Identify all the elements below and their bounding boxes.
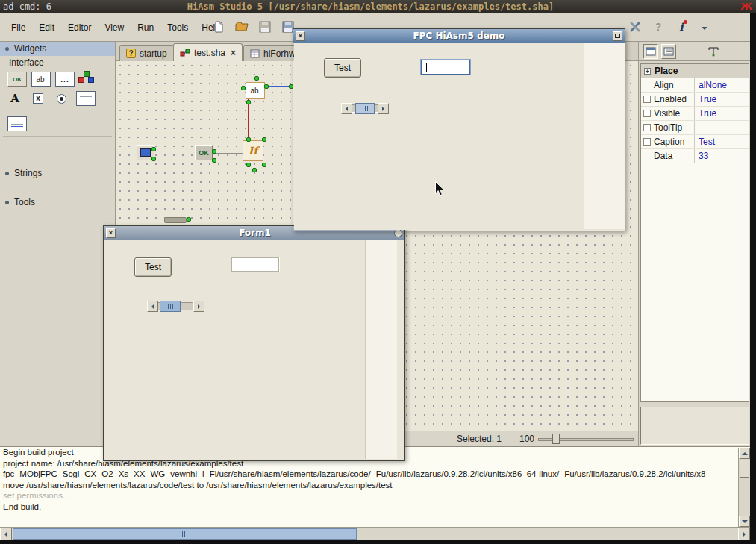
palette-button-component[interactable]: OK <box>7 72 27 87</box>
open-file-icon[interactable] <box>234 19 250 35</box>
fpc-test-button[interactable]: Test <box>324 58 361 78</box>
palette-label-component[interactable]: A <box>9 91 21 106</box>
property-checkbox[interactable] <box>643 124 651 131</box>
property-value[interactable]: 33 <box>695 149 749 163</box>
window-titlebar[interactable]: ad cmd: 6 HiAsm Studio 5 [/usr/share/hia… <box>0 0 756 13</box>
element-bar[interactable] <box>164 217 187 223</box>
palette-section-widgets[interactable]: Widgets <box>0 42 115 56</box>
save-file-icon[interactable] <box>257 19 273 35</box>
fpc-demo-window[interactable]: × FPC HiAsm5 demo Test <box>293 28 625 231</box>
scroll-left-icon[interactable] <box>0 528 12 540</box>
help-icon[interactable]: ? <box>650 19 666 35</box>
palette-radiobutton-component[interactable] <box>57 94 66 104</box>
scroll-down-icon[interactable] <box>739 516 750 527</box>
chevron-down-icon[interactable] <box>696 19 713 35</box>
info-icon[interactable]: i <box>673 19 690 35</box>
tools-wrench-icon[interactable] <box>627 19 643 35</box>
palette-dots-component[interactable]: ... <box>55 72 75 87</box>
form1-designer-window[interactable]: × Form1 Test <box>103 225 405 461</box>
scrollbar-thumb[interactable] <box>160 301 181 312</box>
connection-pin[interactable] <box>246 163 251 167</box>
expand-icon[interactable]: + <box>644 68 651 75</box>
menu-run[interactable]: Run <box>131 20 160 35</box>
element-edit[interactable]: ab <box>246 82 265 99</box>
form1-scrollbar-control[interactable] <box>147 300 204 313</box>
property-checkbox[interactable] <box>643 96 651 103</box>
property-value[interactable]: True <box>695 107 749 120</box>
property-row-caption[interactable]: Caption Test <box>641 135 749 149</box>
scroll-right-icon[interactable] <box>193 301 204 312</box>
palette-shapes-component[interactable] <box>78 70 97 87</box>
palette-section-strings[interactable]: Strings <box>0 166 115 181</box>
menu-file[interactable]: File <box>4 20 32 35</box>
connection-pin[interactable] <box>187 217 191 222</box>
menu-edit[interactable]: Edit <box>32 20 61 35</box>
connection-pin[interactable] <box>246 137 251 142</box>
window-manager-icon[interactable]: Ж <box>740 1 752 13</box>
scrollbar-thumb[interactable] <box>355 103 375 114</box>
property-value[interactable]: alNone <box>695 78 749 92</box>
scroll-up-icon[interactable] <box>739 448 750 459</box>
fpc-demo-client-area[interactable]: Test <box>294 43 624 230</box>
zoom-slider-thumb[interactable] <box>552 434 560 444</box>
connection-pin[interactable] <box>262 137 266 142</box>
inspector-properties-icon[interactable] <box>643 44 658 59</box>
palette-checkbox-component[interactable]: x <box>33 93 43 104</box>
property-group-header[interactable]: + Place <box>641 64 749 78</box>
property-row-data[interactable]: Data 33 <box>641 149 749 163</box>
form1-edit-field[interactable] <box>231 257 280 272</box>
connection-pin[interactable] <box>241 86 246 90</box>
property-row-align[interactable]: Align alNone <box>641 78 749 93</box>
property-value[interactable]: True <box>695 93 749 106</box>
property-value[interactable]: Test <box>695 135 749 148</box>
property-row-tooltip[interactable]: ToolTip <box>641 121 749 135</box>
property-value[interactable] <box>695 121 749 134</box>
fpc-demo-titlebar[interactable]: × FPC HiAsm5 demo <box>293 29 625 43</box>
connection-pin[interactable] <box>212 158 216 163</box>
connection-pin[interactable] <box>252 168 257 172</box>
connection-pin[interactable] <box>264 84 269 89</box>
maximize-icon[interactable] <box>613 31 622 41</box>
palette-section-interface[interactable]: Interface <box>0 56 115 70</box>
palette-section-tools[interactable]: Tools <box>0 196 115 210</box>
palette-listbox-component[interactable] <box>7 116 27 131</box>
scroll-right-icon[interactable] <box>738 528 750 540</box>
menu-editor[interactable]: Editor <box>61 20 98 35</box>
connection-pin[interactable] <box>254 76 259 81</box>
connection-pin[interactable] <box>212 149 216 154</box>
close-icon[interactable]: × <box>296 31 305 41</box>
element-if[interactable]: If <box>243 140 263 161</box>
log-scrollbar[interactable] <box>738 448 750 527</box>
connection-pin[interactable] <box>262 163 266 167</box>
fpc-edit-field[interactable] <box>421 60 470 75</box>
close-icon[interactable]: × <box>106 228 116 238</box>
property-row-enabled[interactable]: Enabled True <box>641 93 749 107</box>
scroll-left-icon[interactable] <box>147 301 158 312</box>
property-checkbox[interactable] <box>643 110 651 117</box>
log-scrollbar-thumb[interactable] <box>740 460 749 478</box>
form1-design-surface[interactable]: Test <box>104 240 404 460</box>
scroll-left-icon[interactable] <box>341 103 352 114</box>
fpc-scrollbar-control[interactable] <box>341 102 389 115</box>
tab-startup[interactable]: ? startup <box>119 45 174 61</box>
inspector-list-icon[interactable] <box>661 44 676 59</box>
connection-pin[interactable] <box>246 100 251 104</box>
connection-pin[interactable] <box>151 147 156 151</box>
menu-list: File Edit Editor View Run Tools Help <box>4 13 227 41</box>
connection-pin[interactable] <box>151 157 156 161</box>
form1-test-button[interactable]: Test <box>134 257 172 277</box>
new-file-icon[interactable] <box>210 19 227 35</box>
property-checkbox[interactable] <box>643 138 651 146</box>
element-structure-icon[interactable] <box>706 44 721 59</box>
tab-test-sha[interactable]: test.sha × <box>173 43 243 61</box>
palette-memo-component[interactable] <box>76 91 96 106</box>
scroll-right-icon[interactable] <box>378 103 389 114</box>
horizontal-scrollbar-thumb[interactable] <box>13 528 357 540</box>
menu-view[interactable]: View <box>98 20 131 35</box>
palette-edit-component[interactable]: ab <box>31 72 51 87</box>
horizontal-scrollbar[interactable] <box>0 527 750 540</box>
element-button[interactable]: OK <box>195 145 213 160</box>
menu-tools[interactable]: Tools <box>160 20 195 35</box>
close-tab-icon[interactable]: × <box>231 48 236 58</box>
property-row-visible[interactable]: Visible True <box>641 107 749 121</box>
